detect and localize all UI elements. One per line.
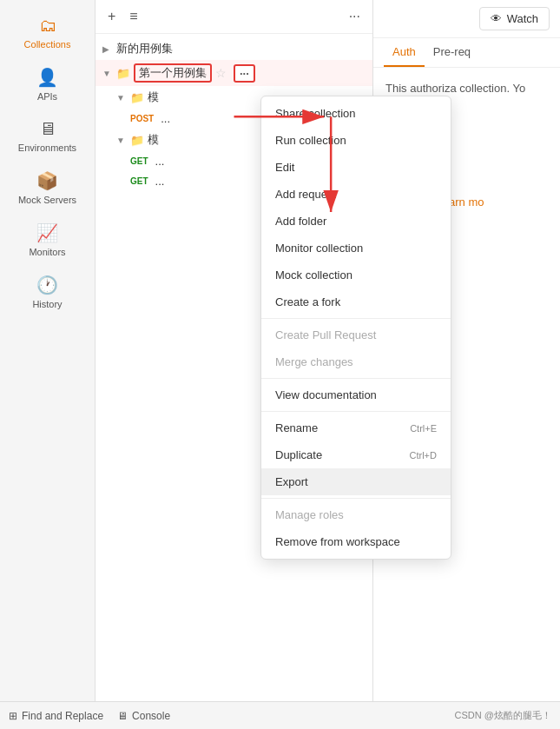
menu-item-remove[interactable]: Remove from workspace [261,528,451,555]
panel-toolbar: + ≡ ··· [96,0,372,34]
add-folder-label: Add folder [275,215,326,228]
menu-item-add-folder[interactable]: Add folder [261,208,451,235]
monitor-label: Monitor collection [275,242,363,255]
chevron-icon2: ▼ [116,136,127,145]
watermark-text: CSDN @炫酷的腿毛！ [455,710,551,720]
remove-label: Remove from workspace [275,535,400,548]
menu-divider4 [261,498,451,499]
duplicate-label: Duplicate [275,448,322,461]
auth-tab-label: Auth [392,45,416,58]
menu-item-mock[interactable]: Mock collection [261,262,451,288]
environments-icon: 🖥 [39,119,56,139]
collections-panel: + ≡ ··· ▶ 新的用例集 ▼ 📁 第一个用例集 ☆ ··· [96,0,373,701]
find-replace-icon: ⊞ [9,710,17,722]
post-badge: POST [130,114,154,123]
get2-badge: GET [130,176,148,186]
sidebar-item-history[interactable]: 🕐 History [9,268,87,316]
sidebar-item-mock-servers[interactable]: 📦 Mock Servers [9,163,87,212]
manage-roles-label: Manage roles [275,508,344,521]
sidebar-label-mock-servers: Mock Servers [18,195,76,205]
eye-icon: 👁 [491,12,502,25]
console-icon: 🖥 [117,710,128,722]
menu-item-add-request[interactable]: Add request [261,181,451,208]
mock-servers-icon: 📦 [36,170,58,191]
sidebar-item-monitors[interactable]: 📈 Monitors [9,215,87,264]
edit-label: Edit [275,161,294,174]
watch-button[interactable]: 👁 Watch [479,7,550,30]
pre-req-tab-label: Pre-req [433,45,471,58]
sidebar-label-monitors: Monitors [29,247,65,257]
collections-icon: 🗂 [39,16,56,36]
menu-item-monitor[interactable]: Monitor collection [261,235,451,262]
merge-label: Merge changes [275,355,353,368]
console-label: Console [132,710,170,722]
run-label: Run collection [275,134,346,147]
sidebar-item-collections[interactable]: 🗂 Collections [9,9,87,56]
new-collection-label: 新的用例集 [116,41,366,56]
console-item[interactable]: 🖥 Console [117,710,170,722]
app-container: 🗂 Collections 👤 APIs 🖥 Environments 📦 Mo… [0,0,560,729]
fork-label: Create a fork [275,295,340,308]
pull-request-label: Create Pull Request [275,328,376,341]
apis-icon: 👤 [36,67,58,88]
duplicate-shortcut: Ctrl+D [410,450,437,461]
collection-dots-button[interactable]: ··· [234,64,255,83]
sidebar-item-environments[interactable]: 🖥 Environments [9,112,87,160]
chevron-collapse-icon: ▼ [116,93,127,103]
add-button[interactable]: + [104,7,119,26]
sidebar-label-apis: APIs [37,91,57,102]
star-icon: ☆ [215,66,227,80]
sidebar-label-history: History [32,299,62,309]
find-replace-item[interactable]: ⊞ Find and Replace [9,710,103,722]
menu-item-rename[interactable]: Rename Ctrl+E [261,414,451,441]
tab-auth[interactable]: Auth [384,38,425,67]
watch-toolbar: 👁 Watch [373,0,560,38]
menu-divider2 [261,378,451,379]
sidebar: 🗂 Collections 👤 APIs 🖥 Environments 📦 Mo… [0,0,96,701]
menu-item-fork[interactable]: Create a fork [261,288,451,315]
mock-label: Mock collection [275,268,352,282]
main-area: 🗂 Collections 👤 APIs 🖥 Environments 📦 Mo… [0,0,560,701]
sidebar-item-apis[interactable]: 👤 APIs [9,60,87,109]
menu-item-docs[interactable]: View documentation [261,381,451,408]
sidebar-label-environments: Environments [18,142,76,153]
bottom-bar: ⊞ Find and Replace 🖥 Console CSDN @炫酷的腿毛… [0,701,560,729]
menu-item-export[interactable]: Export [261,468,451,495]
filter-button[interactable]: ≡ [126,7,141,26]
watch-label: Watch [507,12,538,25]
tab-pre-req[interactable]: Pre-req [425,38,479,67]
menu-item-pull-request: Create Pull Request [261,321,451,348]
export-label: Export [275,475,308,488]
folder-icon: 📁 [116,67,130,80]
chevron-icon: ▶ [102,44,113,54]
rename-label: Rename [275,421,318,434]
menu-item-duplicate[interactable]: Duplicate Ctrl+D [261,441,451,468]
rename-shortcut: Ctrl+E [410,423,437,434]
menu-divider1 [261,318,451,319]
tree-item-first-collection[interactable]: ▼ 📁 第一个用例集 ☆ ··· [96,60,372,86]
menu-item-merge: Merge changes [261,348,451,375]
menu-item-run[interactable]: Run collection [261,127,451,154]
menu-item-edit[interactable]: Edit [261,154,451,181]
context-menu: Share collection Run collection Edit Add… [260,96,451,560]
add-request-label: Add request [275,188,336,201]
folder1-icon: 📁 [130,91,144,104]
history-icon: 🕐 [36,275,58,295]
more-button[interactable]: ··· [346,7,364,26]
menu-divider3 [261,411,451,412]
get1-badge: GET [130,156,148,166]
first-collection-label: 第一个用例集 [134,63,212,83]
folder2-icon: 📁 [130,134,144,147]
menu-item-share[interactable]: Share collection [261,100,451,127]
chevron-expand-icon: ▼ [102,69,113,78]
docs-label: View documentation [275,388,377,401]
menu-item-manage-roles: Manage roles [261,501,451,528]
tabs-row: Auth Pre-req [373,38,560,68]
sidebar-label-collections: Collections [24,39,71,50]
monitors-icon: 📈 [36,222,58,243]
watermark: CSDN @炫酷的腿毛！ [455,709,551,722]
tree-item-new-collection[interactable]: ▶ 新的用例集 [96,37,372,60]
share-label: Share collection [275,107,356,120]
find-replace-label: Find and Replace [22,710,103,722]
